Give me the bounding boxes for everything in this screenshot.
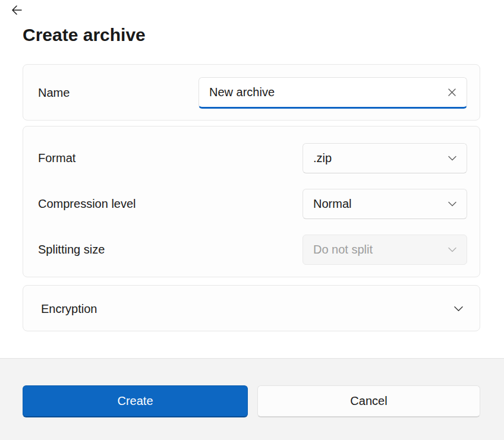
back-button[interactable] [10,4,24,17]
clear-name-button[interactable] [442,83,462,103]
dialog-footer: Create Cancel [0,358,504,440]
archive-name-field [199,77,467,109]
format-value: .zip [303,151,448,165]
clear-x-icon [446,87,458,98]
options-card: Format .zip Compression level Normal Spl… [23,126,480,277]
chevron-down-icon [448,247,456,252]
chevron-down-icon [448,156,456,161]
back-arrow-icon [12,5,22,15]
encryption-expander[interactable]: Encryption [23,285,480,331]
compression-label: Compression level [38,189,136,219]
splitting-label: Splitting size [38,235,105,265]
chevron-down-icon [454,286,463,332]
cancel-button[interactable]: Cancel [257,385,480,417]
format-row: Format .zip [23,143,480,173]
chevron-down-icon [448,201,456,207]
create-button[interactable]: Create [23,385,248,417]
compression-value: Normal [303,197,448,211]
create-archive-dialog: Create archive Name Format .zip Compres [0,0,504,440]
splitting-dropdown: Do not split [303,235,467,265]
encryption-label: Encryption [41,286,97,332]
compression-row: Compression level Normal [23,189,480,219]
format-label: Format [38,143,75,173]
archive-name-input[interactable] [199,78,442,107]
name-card: Name [23,64,480,121]
compression-dropdown[interactable]: Normal [303,189,467,219]
page-title: Create archive [23,25,146,45]
name-label: Name [38,65,70,121]
format-dropdown[interactable]: .zip [303,143,467,173]
splitting-row: Splitting size Do not split [23,235,480,265]
splitting-value: Do not split [303,243,448,257]
